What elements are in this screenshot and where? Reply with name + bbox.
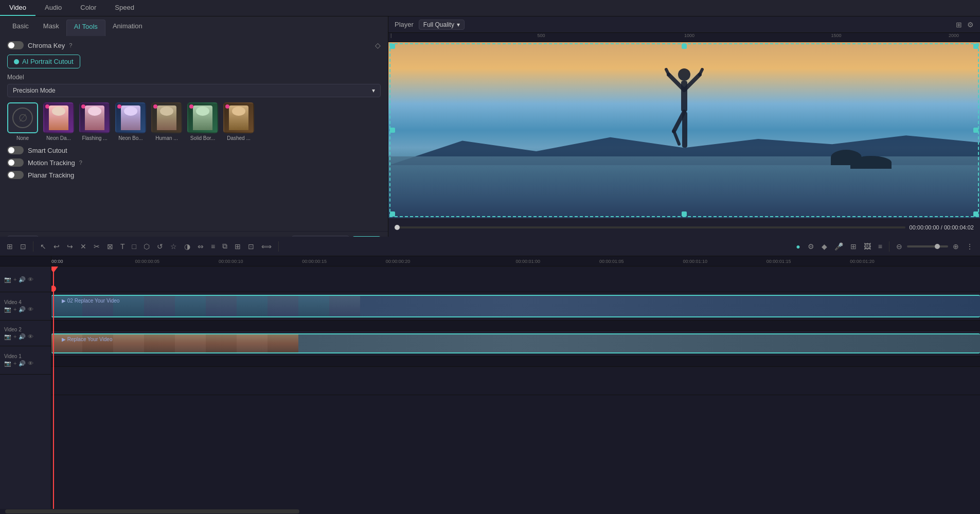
- track-v1-icon-add[interactable]: +: [13, 360, 16, 367]
- tl-btn-star[interactable]: ☆: [168, 241, 180, 252]
- tl-btn-zoom-out[interactable]: ⊖: [894, 241, 905, 252]
- tl-btn-settings2[interactable]: ⚙: [805, 241, 817, 252]
- tl-btn-zoom-in[interactable]: ⊕: [950, 241, 961, 252]
- tl-btn-more[interactable]: ⋮: [964, 241, 976, 252]
- thumb-8: [268, 296, 298, 316]
- track-v2-icon-eye[interactable]: 👁: [28, 333, 33, 340]
- thumb-5: [175, 296, 206, 316]
- yoga-figure: [653, 64, 715, 169]
- v2-thumb-7: [237, 334, 268, 352]
- effect-neon-bo-dot: [117, 104, 121, 109]
- tab-basic[interactable]: Basic: [5, 20, 36, 36]
- scroll-bar[interactable]: [0, 509, 980, 514]
- tl-btn-record[interactable]: ●: [793, 241, 803, 252]
- tl-btn-split[interactable]: ◑: [182, 241, 193, 252]
- tl-btn-select[interactable]: ⊡: [17, 241, 29, 252]
- tl-btn-crop[interactable]: ⊠: [104, 241, 116, 252]
- time-mark-115: 00:00:01:15: [767, 259, 791, 264]
- tl-btn-effect[interactable]: ⬡: [141, 241, 152, 252]
- progress-dot[interactable]: [395, 225, 400, 230]
- track-5-icon-vol[interactable]: 🔊: [19, 276, 26, 283]
- track-v4-icon-vol[interactable]: 🔊: [19, 306, 26, 313]
- tl-btn-layers[interactable]: ≡: [208, 241, 218, 252]
- effect-flashing[interactable]: Flashing ...: [79, 102, 110, 141]
- motion-tracking-help-icon[interactable]: ?: [79, 159, 82, 166]
- tl-btn-delete[interactable]: ✕: [78, 241, 89, 252]
- track-row-video2[interactable]: ▶ Replace Your Video: [51, 331, 980, 357]
- tl-btn-redo[interactable]: ↪: [64, 241, 76, 252]
- ai-portrait-button[interactable]: AI Portrait Cutout: [7, 55, 80, 68]
- effect-solid-bor-thumb: [187, 102, 218, 133]
- tl-btn-list[interactable]: ≡: [876, 241, 885, 252]
- tl-btn-group[interactable]: ⊞: [232, 241, 243, 252]
- progress-bar[interactable]: [395, 226, 905, 228]
- effect-human[interactable]: Human ...: [151, 102, 182, 141]
- effect-none-thumb: ∅: [7, 102, 38, 133]
- tab-ai-tools[interactable]: AI Tools: [66, 20, 105, 36]
- chroma-key-pin-icon[interactable]: ◇: [375, 41, 381, 49]
- tl-btn-ungroup[interactable]: ⊡: [245, 241, 257, 252]
- effect-neon-bo[interactable]: Neon Bo...: [115, 102, 146, 141]
- effect-dashed[interactable]: Dashed ...: [223, 102, 254, 141]
- time-mark-10: 00:00:00:10: [219, 259, 243, 264]
- effect-none[interactable]: ∅ None: [7, 102, 38, 141]
- zoom-slider-thumb[interactable]: [935, 244, 940, 249]
- track-v4-icon-eye[interactable]: 👁: [28, 306, 33, 313]
- quality-select[interactable]: Full Quality ▾: [419, 20, 465, 30]
- track-v1-icon-eye[interactable]: 👁: [28, 360, 33, 367]
- planar-tracking-toggle[interactable]: [7, 171, 24, 179]
- chroma-key-label: Chroma Key: [28, 42, 65, 49]
- tl-btn-cut[interactable]: ✂: [91, 241, 102, 252]
- tl-btn-grid2[interactable]: ⊞: [848, 241, 859, 252]
- tl-btn-shape[interactable]: □: [130, 241, 139, 252]
- tl-btn-expand[interactable]: ⇔: [195, 241, 206, 252]
- settings-icon[interactable]: ⚙: [967, 21, 974, 29]
- scroll-thumb[interactable]: [5, 509, 299, 513]
- track-5-icon-eye[interactable]: 👁: [28, 276, 33, 283]
- track-v1-icon-vol[interactable]: 🔊: [19, 360, 26, 367]
- tl-btn-undo[interactable]: ↩: [51, 241, 62, 252]
- track-5-icon-cam[interactable]: 📷: [4, 276, 11, 283]
- tab-speed[interactable]: Speed: [105, 0, 144, 16]
- effect-neon-da[interactable]: Neon Da...: [43, 102, 74, 141]
- chroma-key-toggle[interactable]: [7, 41, 24, 49]
- effect-human-dot: [153, 104, 157, 109]
- track-v2-icon-cam[interactable]: 📷: [4, 333, 11, 340]
- chroma-key-help-icon[interactable]: ?: [69, 42, 72, 48]
- track-v1-icon-cam[interactable]: 📷: [4, 360, 11, 367]
- tl-btn-diamond[interactable]: ◆: [819, 241, 830, 252]
- track-row-video4[interactable]: ▶ 02 Replace Your Video: [51, 292, 980, 321]
- model-select[interactable]: Precision Mode ▾: [7, 84, 381, 97]
- tl-btn-mic[interactable]: 🎤: [832, 241, 846, 252]
- tl-btn-link[interactable]: ⟺: [259, 241, 274, 252]
- zoom-slider[interactable]: [907, 245, 948, 247]
- effect-solid-bor[interactable]: Solid Bor...: [187, 102, 218, 141]
- timeline-toolbar: ⊞ ⊡ ↖ ↩ ↪ ✕ ✂ ⊠ T □ ⬡ ↺ ☆ ◑ ⇔ ≡ ⧉ ⊞ ⊡ ⟺ …: [0, 237, 980, 256]
- tl-btn-cursor[interactable]: ↖: [38, 241, 49, 252]
- playhead: [53, 267, 54, 292]
- track-5-icon-add[interactable]: +: [13, 276, 16, 283]
- tl-btn-image[interactable]: 🖼: [861, 241, 874, 252]
- v2-thumb-8: [268, 334, 298, 352]
- ai-portrait-indicator: [14, 59, 19, 64]
- track-v4-icon-cam[interactable]: 📷: [4, 306, 11, 313]
- model-value: Precision Mode: [13, 87, 56, 94]
- track-v4-icon-add[interactable]: +: [13, 306, 16, 313]
- tl-btn-grid[interactable]: ⊞: [4, 241, 15, 252]
- v2-thumb-5: [175, 334, 206, 352]
- track-v2-icon-add[interactable]: +: [13, 333, 16, 340]
- tl-btn-text[interactable]: T: [118, 241, 128, 252]
- tab-mask[interactable]: Mask: [36, 20, 66, 36]
- motion-tracking-toggle[interactable]: [7, 158, 24, 167]
- track-v2-icon-vol[interactable]: 🔊: [19, 333, 26, 340]
- video2-clip[interactable]: ▶ Replace Your Video: [51, 333, 980, 353]
- grid-icon[interactable]: ⊞: [956, 21, 962, 29]
- video4-clip[interactable]: ▶ 02 Replace Your Video: [51, 295, 980, 317]
- tl-btn-rotate[interactable]: ↺: [154, 241, 166, 252]
- tab-animation[interactable]: Animation: [105, 20, 150, 36]
- tl-btn-duplicate[interactable]: ⧉: [220, 240, 230, 252]
- tab-color[interactable]: Color: [71, 0, 105, 16]
- smart-cutout-toggle[interactable]: [7, 146, 24, 154]
- tab-video[interactable]: Video: [0, 0, 35, 16]
- tab-audio[interactable]: Audio: [35, 0, 71, 16]
